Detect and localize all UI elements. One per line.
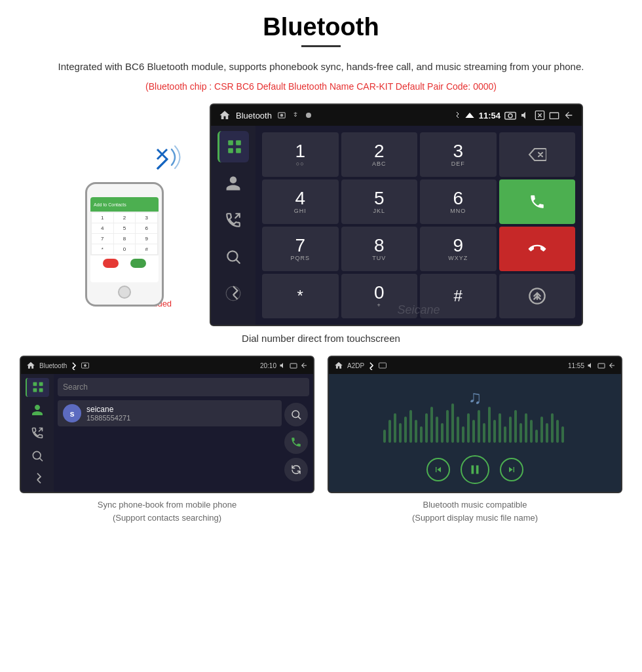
dial-sub-2: ABC [372,160,387,167]
play-pause-btn[interactable] [461,455,489,484]
dial-sub-1: ○○ [296,160,305,167]
contact-row[interactable]: s seicane 15885554271 [58,400,282,426]
bluetooth-signal-icon [138,136,183,182]
sidebar-dialpad-btn[interactable] [217,131,249,162]
dial-key-3[interactable]: 3 DEF [420,132,497,177]
phonebook-actions [282,400,309,484]
close-box-icon[interactable] [535,110,545,121]
description-text: Integrated with BC6 Bluetooth module, su… [0,59,642,75]
search-placeholder: Search [63,383,88,392]
svg-rect-39 [451,403,454,443]
specs-text: (Bluetooth chip : CSR BC6 Default Blueto… [0,81,642,92]
bt-small-icon [71,361,77,370]
svg-rect-40 [457,417,459,443]
phone-key-7[interactable]: 7 [92,234,113,244]
svg-rect-34 [425,413,428,443]
pb-sidebar-person[interactable] [26,401,49,420]
camera-icon[interactable] [504,111,516,120]
dial-key-0[interactable]: 0 + [341,274,418,318]
home-icon[interactable] [219,109,231,121]
back-arrow-icon[interactable] [563,110,574,121]
music-time: 11:55 [568,362,584,369]
search-contact-btn[interactable] [284,403,308,426]
dial-key-call[interactable] [499,179,576,224]
window-icon[interactable] [549,110,559,121]
phone-home-btn[interactable] [118,286,131,299]
bt-status-icon [453,110,461,121]
window-music-icon[interactable] [597,362,605,369]
dial-key-hash[interactable]: # [420,274,497,318]
phone-key-hash[interactable]: # [136,244,157,254]
next-btn[interactable] [500,458,523,481]
svg-rect-55 [535,430,538,443]
phone-key-9[interactable]: 9 [136,234,157,244]
phone-key-0[interactable]: 0 [114,244,136,254]
dial-key-delete[interactable] [499,132,576,177]
contact-avatar: s [63,404,81,422]
volume-icon[interactable] [520,110,531,121]
dial-key-2[interactable]: 2 ABC [341,132,418,177]
window-small-icon[interactable] [290,362,297,369]
pb-sidebar-call[interactable] [26,424,49,443]
dial-key-end[interactable] [499,227,576,271]
sidebar-bt-settings-btn[interactable] [217,278,249,309]
contacts-area: s seicane 15885554271 [58,400,282,484]
main-caption: Dial number direct from touchscreen [0,333,642,344]
status-bar-left: Bluetooth [219,109,312,121]
sidebar-search-btn[interactable] [217,241,249,272]
svg-rect-9 [236,140,241,145]
pb-sidebar-search[interactable] [26,446,49,465]
phone-key-star[interactable]: * [92,244,113,254]
phone-key-2[interactable]: 2 [114,213,136,223]
prev-btn[interactable] [426,458,450,481]
back-music-icon[interactable] [608,362,616,369]
dial-key-9[interactable]: 9 WXYZ [420,227,497,271]
contact-name: seicane [86,405,130,414]
dial-sub-6: MNO [450,208,466,214]
pb-sidebar-bt[interactable] [26,469,49,488]
contact-list: s seicane 15885554271 [58,400,309,484]
phone-bottom-bar [90,255,159,271]
usb-icon [292,110,299,121]
search-bar[interactable]: Search [58,378,309,396]
sidebar-contacts-btn[interactable] [217,168,249,199]
dial-key-updown[interactable] [499,274,576,318]
phone-key-8[interactable]: 8 [114,234,136,244]
phone-key-3[interactable]: 3 [136,213,157,223]
svg-rect-35 [430,407,433,443]
dialpad-wrapper: 1 ○○ 2 ABC 3 DEF [255,126,582,325]
phone-key-5[interactable]: 5 [114,223,136,233]
svg-rect-17 [290,364,297,368]
phone-key-1[interactable]: 1 [92,213,113,223]
phonebook-content: Search s seicane 15885554271 [54,374,313,492]
phone-call-btn[interactable] [130,259,146,268]
dial-key-6[interactable]: 6 MNO [420,179,497,224]
phone-body: Add to Contacts 1 2 3 4 5 6 7 8 9 * 0 [85,182,164,307]
call-contact-btn[interactable] [284,430,308,454]
dial-key-7[interactable]: 7 PQRS [262,227,339,271]
dial-key-star[interactable]: * [262,274,339,318]
dial-key-1[interactable]: 1 ○○ [262,132,339,177]
svg-rect-46 [488,407,491,443]
phone-key-4[interactable]: 4 [92,223,113,233]
sidebar-call-btn[interactable] [217,204,249,236]
phone-key-6[interactable]: 6 [136,223,157,233]
refresh-btn[interactable] [284,458,308,481]
dial-key-8[interactable]: 8 TUV [341,227,418,271]
phone-end-btn[interactable] [103,259,119,268]
phonebook-body: Search s seicane 15885554271 [21,374,313,492]
bottom-right-main: Bluetooth music compatible [412,498,538,512]
svg-rect-45 [483,423,485,443]
dial-key-4[interactable]: 4 GHI [262,179,339,224]
svg-rect-58 [551,413,554,443]
volume-small-icon[interactable] [279,362,287,369]
pb-sidebar-grid[interactable] [26,378,49,397]
home-icon-music[interactable] [334,361,343,370]
dial-key-5[interactable]: 5 JKL [341,179,418,224]
svg-rect-49 [504,426,506,443]
volume-music-icon[interactable] [587,362,595,369]
image-icon [277,111,286,120]
back-small-icon[interactable] [300,362,308,369]
contact-number: 15885554271 [86,414,130,422]
home-icon-small[interactable] [26,361,35,370]
